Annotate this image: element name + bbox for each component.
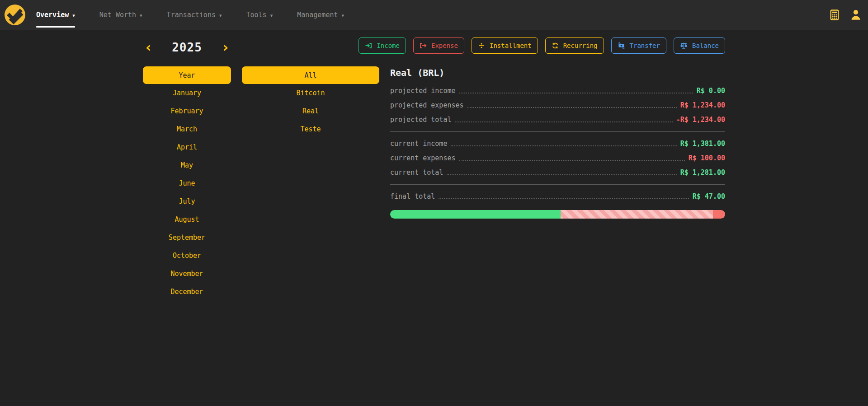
navbar-right-icons — [829, 0, 862, 30]
accounts-column: All Bitcoin Real Teste — [242, 66, 379, 301]
months-column: Year January February March April May Ju… — [143, 66, 231, 301]
income-button[interactable]: Income — [359, 37, 406, 54]
nav-item-label: Overview — [36, 11, 69, 19]
main-content: ‹ 2025 › Year January February March Apr… — [143, 30, 725, 301]
installment-button[interactable]: Installment — [472, 37, 538, 54]
year-button[interactable]: Year — [143, 66, 231, 84]
row-label: current expenses — [390, 154, 456, 162]
account-teste[interactable]: Teste — [242, 120, 379, 138]
nav-item-tools[interactable]: Tools ▾ — [246, 0, 273, 30]
box-arrow-right-icon — [420, 42, 427, 49]
installment-button-label: Installment — [490, 42, 532, 49]
income-expense-progress-bar — [390, 210, 725, 219]
recurring-button-label: Recurring — [563, 42, 598, 49]
summary-row-projected-total: projected total -R$ 1,234.00 — [390, 112, 725, 127]
progress-segment-current-income — [390, 210, 561, 219]
row-value: -R$ 1,234.00 — [676, 116, 725, 124]
divider — [390, 184, 725, 185]
month-october[interactable]: October — [143, 247, 231, 265]
chevron-down-icon: ▾ — [342, 13, 344, 19]
balance-button[interactable]: Balance — [674, 37, 725, 54]
arrow-repeat-icon — [552, 42, 559, 49]
transfer-button[interactable]: Transfer — [611, 37, 666, 54]
next-year-button chevron-right-icon[interactable]: › — [223, 41, 228, 54]
navbar: Overview ▾ Net Worth ▾ Transactions ▾ To… — [0, 0, 868, 30]
user-profile-icon[interactable] — [850, 9, 862, 21]
recurring-button[interactable]: Recurring — [545, 37, 604, 54]
income-button-label: Income — [377, 42, 400, 49]
dotted-leader — [455, 121, 672, 122]
row-value: R$ 47.00 — [693, 192, 725, 201]
all-accounts-button[interactable]: All — [242, 66, 379, 84]
month-august[interactable]: August — [143, 210, 231, 229]
month-april[interactable]: April — [143, 138, 231, 156]
nav-item-label: Tools — [246, 11, 267, 19]
currency-exchange-icon — [618, 42, 625, 49]
row-label: final total — [390, 192, 435, 201]
nav-item-net-worth[interactable]: Net Worth ▾ — [99, 0, 142, 30]
account-summary-title: Real (BRL) — [390, 67, 725, 78]
summary-row-projected-expenses: projected expenses R$ 1,234.00 — [390, 98, 725, 112]
transaction-type-buttons: Income Expense Installment — [390, 37, 725, 54]
chevron-down-icon: ▾ — [72, 13, 75, 19]
period-account-panel: ‹ 2025 › Year January February March Apr… — [143, 37, 379, 301]
row-value: R$ 0.00 — [697, 87, 725, 95]
transfer-button-label: Transfer — [630, 42, 660, 49]
nav-item-label: Transactions — [167, 11, 216, 19]
dotted-leader — [459, 160, 685, 161]
row-value: R$ 1,234.00 — [680, 101, 725, 109]
row-value: R$ 100.00 — [689, 154, 725, 162]
balance-button-label: Balance — [692, 42, 719, 49]
calendar-columns: Year January February March April May Ju… — [143, 66, 379, 301]
month-november[interactable]: November — [143, 265, 231, 283]
row-label: projected expenses — [390, 101, 464, 109]
month-may[interactable]: May — [143, 156, 231, 174]
nav-item-label: Net Worth — [99, 11, 136, 19]
brand-logo-icon — [5, 5, 25, 25]
dotted-leader — [439, 198, 689, 199]
nav-item-overview[interactable]: Overview ▾ — [36, 0, 75, 30]
box-arrow-in-right-icon — [365, 42, 372, 49]
month-december[interactable]: December — [143, 283, 231, 301]
summary-row-projected-income: projected income R$ 0.00 — [390, 84, 725, 98]
nav-item-management[interactable]: Management ▾ — [297, 0, 344, 30]
month-june[interactable]: June — [143, 174, 231, 192]
navbar-spacer — [368, 0, 829, 30]
account-bitcoin[interactable]: Bitcoin — [242, 84, 379, 102]
chevron-down-icon: ▾ — [140, 13, 142, 19]
summary-row-final-total: final total R$ 47.00 — [390, 189, 725, 204]
month-january[interactable]: January — [143, 84, 231, 102]
chevron-down-icon: ▾ — [219, 13, 222, 19]
dotted-leader — [451, 145, 676, 146]
row-label: projected total — [390, 116, 451, 124]
year-navigator: ‹ 2025 › — [143, 37, 231, 57]
app-logo[interactable] — [5, 0, 25, 30]
division-icon — [478, 42, 485, 49]
nav-item-transactions[interactable]: Transactions ▾ — [167, 0, 222, 30]
main-menu: Overview ▾ Net Worth ▾ Transactions ▾ To… — [36, 0, 368, 30]
previous-year-button chevron-left-icon[interactable]: ‹ — [146, 41, 151, 54]
progress-segment-projected-expenses — [561, 210, 712, 219]
balance-scale-icon — [680, 42, 688, 49]
chevron-down-icon: ▾ — [270, 13, 273, 19]
row-value: R$ 1,281.00 — [680, 168, 725, 177]
month-march[interactable]: March — [143, 120, 231, 138]
summary-row-current-total: current total R$ 1,281.00 — [390, 165, 725, 180]
row-label: projected income — [390, 87, 456, 95]
calculator-icon[interactable] — [829, 9, 840, 21]
summary-row-current-expenses: current expenses R$ 100.00 — [390, 151, 725, 165]
month-february[interactable]: February — [143, 102, 231, 120]
summary-row-current-income: current income R$ 1,381.00 — [390, 136, 725, 151]
expense-button[interactable]: Expense — [413, 37, 464, 54]
dotted-leader — [459, 93, 693, 93]
row-label: current total — [390, 168, 443, 177]
month-september[interactable]: September — [143, 229, 231, 247]
progress-segment-current-expenses — [713, 210, 725, 219]
month-july[interactable]: July — [143, 192, 231, 210]
summary-panel: Income Expense Installment — [390, 37, 725, 301]
row-label: current income — [390, 140, 447, 148]
dotted-leader — [467, 107, 677, 108]
account-real[interactable]: Real — [242, 102, 379, 120]
expense-button-label: Expense — [431, 42, 458, 49]
summary-rows: projected income R$ 0.00 projected expen… — [390, 84, 725, 219]
